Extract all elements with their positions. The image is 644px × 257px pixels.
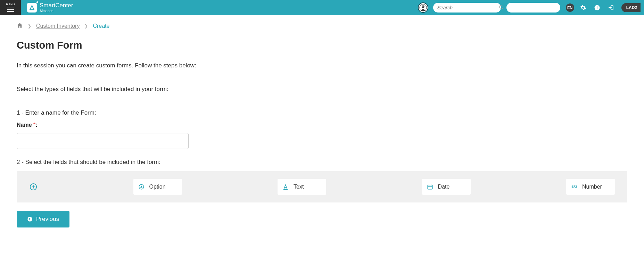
- field-type-date[interactable]: Date: [422, 179, 471, 195]
- name-input[interactable]: [17, 133, 189, 149]
- field-type-label: Text: [294, 184, 304, 190]
- svg-point-18: [27, 217, 32, 221]
- search-input[interactable]: [437, 5, 499, 10]
- svg-rect-14: [428, 185, 432, 189]
- name-field-row: Name *:: [17, 122, 627, 154]
- field-type-label: Option: [149, 184, 166, 190]
- svg-rect-8: [597, 6, 597, 7]
- plus-circle-icon: [30, 183, 37, 191]
- breadcrumb-create: Create: [93, 23, 109, 29]
- field-types-panel: Option Text Date 123 Number: [17, 171, 627, 202]
- brand-text: SmartCenter Almaden: [40, 2, 73, 13]
- step2-label: 2 - Select the fields that should be inc…: [17, 159, 627, 166]
- chevron-right-icon: ❯: [28, 24, 31, 28]
- add-field-button[interactable]: [29, 183, 38, 191]
- hamburger-icon: [7, 7, 14, 13]
- menu-button-label: MENU: [6, 3, 15, 6]
- brand-logo-icon: [27, 3, 37, 13]
- environment-badge: LAD2: [621, 3, 641, 12]
- svg-point-2: [422, 6, 422, 7]
- svg-line-5: [502, 8, 503, 9]
- home-icon: [17, 22, 23, 28]
- chevron-right-icon: ❯: [84, 24, 88, 28]
- intro-text: In this session you can create custom fo…: [17, 62, 627, 69]
- logout-button[interactable]: [607, 3, 615, 12]
- search-icon: [499, 5, 504, 11]
- breadcrumb-custom-inventory[interactable]: Custom Inventory: [36, 23, 80, 29]
- field-type-number[interactable]: 123 Number: [566, 179, 615, 195]
- brand[interactable]: SmartCenter Almaden: [27, 2, 73, 13]
- field-type-label: Number: [582, 184, 602, 190]
- step1-label: 1 - Enter a name for the Form:: [17, 109, 627, 116]
- brand-subtitle: Almaden: [40, 9, 73, 13]
- app-header: MENU SmartCenter Almaden EN: [0, 0, 644, 15]
- previous-button-label: Previous: [36, 216, 59, 223]
- name-colon: :: [35, 122, 37, 128]
- field-type-text[interactable]: Text: [278, 179, 326, 195]
- search-box[interactable]: [433, 3, 501, 13]
- field-type-option[interactable]: Option: [133, 179, 182, 195]
- name-label: Name: [17, 122, 33, 128]
- brand-title: SmartCenter: [40, 2, 73, 9]
- avatar[interactable]: [418, 2, 428, 13]
- previous-button[interactable]: Previous: [17, 211, 69, 227]
- info-button[interactable]: [593, 3, 601, 12]
- gear-icon: [580, 5, 586, 11]
- svg-rect-7: [597, 7, 597, 9]
- option-icon: [138, 184, 145, 190]
- svg-point-3: [423, 6, 424, 7]
- number-icon: 123: [571, 184, 577, 190]
- avatar-icon: [419, 4, 427, 11]
- language-badge[interactable]: EN: [566, 3, 574, 12]
- info-icon: [594, 5, 600, 11]
- arrow-left-circle-icon: [27, 216, 33, 222]
- secondary-input[interactable]: [506, 3, 560, 13]
- breadcrumb-home[interactable]: [17, 22, 23, 30]
- page-title: Custom Form: [17, 40, 627, 51]
- logout-icon: [608, 5, 614, 11]
- svg-point-4: [499, 5, 502, 8]
- breadcrumb: ❯ Custom Inventory ❯ Create: [17, 22, 627, 30]
- calendar-icon: [427, 184, 433, 190]
- page-content: ❯ Custom Inventory ❯ Create Custom Form …: [0, 15, 644, 234]
- field-type-label: Date: [438, 184, 450, 190]
- text-icon: [282, 184, 289, 190]
- settings-button[interactable]: [579, 3, 587, 12]
- select-types-text: Select the types of fields that will be …: [17, 86, 627, 93]
- menu-button[interactable]: MENU: [0, 0, 21, 15]
